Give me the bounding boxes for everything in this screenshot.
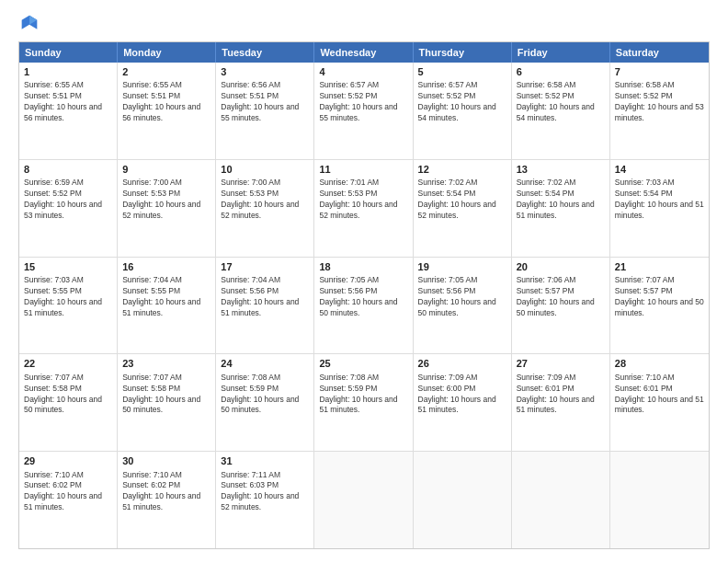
sunset: Sunset: 5:56 PM <box>418 286 476 295</box>
sunrise: Sunrise: 7:09 AM <box>517 373 576 382</box>
header-saturday: Saturday <box>610 42 709 63</box>
header-sunday: Sunday <box>19 42 118 63</box>
calendar: Sunday Monday Tuesday Wednesday Thursday… <box>18 41 710 549</box>
sunset: Sunset: 5:54 PM <box>418 189 476 198</box>
daylight-label: Daylight: 10 hours and 51 minutes. <box>24 297 102 317</box>
sunset: Sunset: 5:57 PM <box>615 286 673 295</box>
cal-cell-3-4: 26 Sunrise: 7:09 AM Sunset: 6:00 PM Dayl… <box>414 354 512 451</box>
daylight-label: Daylight: 10 hours and 54 minutes. <box>517 102 595 122</box>
sunrise: Sunrise: 7:01 AM <box>319 178 379 187</box>
sunset: Sunset: 5:52 PM <box>319 91 377 100</box>
sunset: Sunset: 6:01 PM <box>615 384 673 393</box>
cal-cell-3-1: 23 Sunrise: 7:07 AM Sunset: 5:58 PM Dayl… <box>118 354 216 451</box>
daylight-label: Daylight: 10 hours and 54 minutes. <box>418 102 496 122</box>
daylight-label: Daylight: 10 hours and 53 minutes. <box>615 102 704 122</box>
day-number: 30 <box>122 454 210 468</box>
daylight-label: Daylight: 10 hours and 51 minutes. <box>24 491 102 511</box>
cal-cell-1-4: 12 Sunrise: 7:02 AM Sunset: 5:54 PM Dayl… <box>414 160 512 257</box>
week-row-5: 29 Sunrise: 7:10 AM Sunset: 6:02 PM Dayl… <box>19 452 709 548</box>
cal-cell-0-2: 3 Sunrise: 6:56 AM Sunset: 5:51 PM Dayli… <box>216 63 314 159</box>
day-number: 6 <box>517 65 605 79</box>
cal-cell-0-5: 6 Sunrise: 6:58 AM Sunset: 5:52 PM Dayli… <box>512 63 610 159</box>
sunset: Sunset: 5:51 PM <box>221 91 279 100</box>
daylight-label: Daylight: 10 hours and 51 minutes. <box>517 200 595 220</box>
cal-cell-4-1: 30 Sunrise: 7:10 AM Sunset: 6:02 PM Dayl… <box>118 452 216 548</box>
sunset: Sunset: 6:01 PM <box>517 384 574 393</box>
sunrise: Sunrise: 7:00 AM <box>221 178 280 187</box>
sunset: Sunset: 5:52 PM <box>517 91 574 100</box>
day-number: 10 <box>221 163 309 177</box>
sunrise: Sunrise: 6:58 AM <box>517 80 576 89</box>
day-number: 4 <box>319 65 407 79</box>
cal-cell-4-2: 31 Sunrise: 7:11 AM Sunset: 6:03 PM Dayl… <box>216 452 314 548</box>
cal-cell-3-0: 22 Sunrise: 7:07 AM Sunset: 5:58 PM Dayl… <box>19 354 118 451</box>
cal-cell-2-6: 21 Sunrise: 7:07 AM Sunset: 5:57 PM Dayl… <box>610 258 709 354</box>
daylight-label: Daylight: 10 hours and 50 minutes. <box>122 395 200 415</box>
sunrise: Sunrise: 7:10 AM <box>122 470 182 479</box>
sunrise: Sunrise: 7:11 AM <box>221 470 280 479</box>
cal-cell-1-0: 8 Sunrise: 6:59 AM Sunset: 5:52 PM Dayli… <box>19 160 118 257</box>
cal-cell-2-1: 16 Sunrise: 7:04 AM Sunset: 5:55 PM Dayl… <box>118 258 216 354</box>
logo <box>18 14 39 32</box>
day-number: 21 <box>615 260 704 274</box>
sunset: Sunset: 5:54 PM <box>517 189 574 198</box>
daylight-label: Daylight: 10 hours and 51 minutes. <box>319 395 397 415</box>
sunset: Sunset: 5:51 PM <box>122 91 180 100</box>
cal-cell-2-0: 15 Sunrise: 7:03 AM Sunset: 5:55 PM Dayl… <box>19 258 118 354</box>
sunrise: Sunrise: 7:03 AM <box>24 275 84 284</box>
daylight-label: Daylight: 10 hours and 52 minutes. <box>319 200 397 220</box>
cal-cell-4-5 <box>512 452 610 548</box>
day-number: 27 <box>517 357 605 371</box>
sunset: Sunset: 6:00 PM <box>418 384 476 393</box>
header <box>18 14 710 32</box>
cal-cell-2-5: 20 Sunrise: 7:06 AM Sunset: 5:57 PM Dayl… <box>512 258 610 354</box>
day-number: 5 <box>418 65 506 79</box>
cal-cell-2-4: 19 Sunrise: 7:05 AM Sunset: 5:56 PM Dayl… <box>414 258 512 354</box>
cal-cell-4-3 <box>314 452 413 548</box>
daylight-label: Daylight: 10 hours and 51 minutes. <box>615 395 704 415</box>
sunrise: Sunrise: 7:09 AM <box>418 373 478 382</box>
cal-cell-4-6 <box>610 452 709 548</box>
sunrise: Sunrise: 7:02 AM <box>418 178 478 187</box>
day-number: 24 <box>221 357 309 371</box>
header-wednesday: Wednesday <box>314 42 413 63</box>
sunrise: Sunrise: 6:55 AM <box>24 80 84 89</box>
cal-cell-0-3: 4 Sunrise: 6:57 AM Sunset: 5:52 PM Dayli… <box>314 63 413 159</box>
header-tuesday: Tuesday <box>216 42 314 63</box>
sunset: Sunset: 5:52 PM <box>24 189 82 198</box>
sunrise: Sunrise: 7:10 AM <box>615 373 675 382</box>
sunrise: Sunrise: 7:08 AM <box>221 373 280 382</box>
sunset: Sunset: 5:56 PM <box>319 286 377 295</box>
sunset: Sunset: 5:55 PM <box>122 286 180 295</box>
day-number: 22 <box>24 357 112 371</box>
sunrise: Sunrise: 7:07 AM <box>615 275 675 284</box>
daylight-label: Daylight: 10 hours and 51 minutes. <box>615 200 704 220</box>
day-number: 3 <box>221 65 309 79</box>
calendar-body: 1 Sunrise: 6:55 AM Sunset: 5:51 PM Dayli… <box>19 63 709 548</box>
daylight-label: Daylight: 10 hours and 52 minutes. <box>221 200 299 220</box>
day-number: 31 <box>221 454 309 468</box>
daylight-label: Daylight: 10 hours and 52 minutes. <box>221 491 299 511</box>
daylight-label: Daylight: 10 hours and 50 minutes. <box>418 297 496 317</box>
logo-icon <box>20 14 39 32</box>
sunrise: Sunrise: 6:56 AM <box>221 80 280 89</box>
sunrise: Sunrise: 7:07 AM <box>122 373 182 382</box>
sunset: Sunset: 6:02 PM <box>24 480 82 489</box>
sunrise: Sunrise: 6:58 AM <box>615 80 675 89</box>
day-number: 20 <box>517 260 605 274</box>
day-number: 18 <box>319 260 407 274</box>
daylight-label: Daylight: 10 hours and 51 minutes. <box>122 491 200 511</box>
day-number: 14 <box>615 163 704 177</box>
cal-cell-0-4: 5 Sunrise: 6:57 AM Sunset: 5:52 PM Dayli… <box>414 63 512 159</box>
day-number: 29 <box>24 454 112 468</box>
week-row-2: 8 Sunrise: 6:59 AM Sunset: 5:52 PM Dayli… <box>19 160 709 258</box>
day-number: 2 <box>122 65 210 79</box>
sunset: Sunset: 5:53 PM <box>122 189 180 198</box>
sunrise: Sunrise: 7:05 AM <box>319 275 379 284</box>
daylight-label: Daylight: 10 hours and 51 minutes. <box>122 297 200 317</box>
cal-cell-4-0: 29 Sunrise: 7:10 AM Sunset: 6:02 PM Dayl… <box>19 452 118 548</box>
daylight-label: Daylight: 10 hours and 50 minutes. <box>319 297 397 317</box>
sunset: Sunset: 6:02 PM <box>122 480 180 489</box>
daylight-label: Daylight: 10 hours and 50 minutes. <box>24 395 102 415</box>
sunrise: Sunrise: 7:04 AM <box>221 275 280 284</box>
